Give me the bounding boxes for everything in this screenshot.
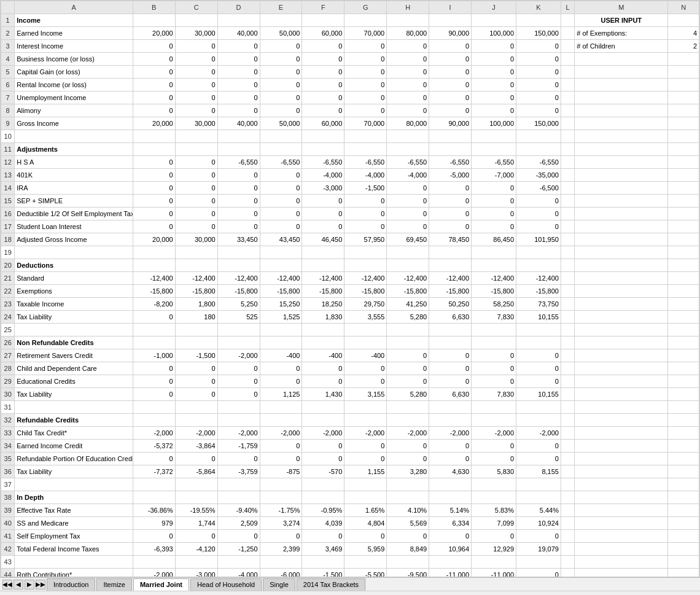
cell-e[interactable]: 15,250	[260, 298, 302, 311]
table-row[interactable]: 13401K0000-4,000-4,000-4,000-5,000-7,000…	[1, 169, 699, 182]
cell-j[interactable]: 0	[472, 208, 516, 220]
cell-g[interactable]: 5,959	[344, 543, 387, 556]
cell-j[interactable]	[472, 14, 516, 27]
cell-a[interactable]: Adjustments	[15, 143, 133, 156]
cell-j[interactable]: 0	[472, 66, 516, 79]
cell-c[interactable]: 0	[175, 388, 217, 401]
cell-g[interactable]: 0	[344, 375, 387, 388]
cell-j[interactable]	[472, 130, 516, 143]
cell-i[interactable]: 0	[429, 220, 472, 233]
cell-g[interactable]: -5,500	[344, 569, 387, 578]
cell-h[interactable]: 41,250	[387, 298, 429, 311]
cell-n[interactable]	[668, 336, 699, 349]
cell-d[interactable]: 0	[217, 208, 260, 220]
cell-b[interactable]: 0	[133, 208, 175, 220]
cell-k[interactable]: 0	[516, 53, 561, 66]
cell-b[interactable]: 0	[133, 182, 175, 195]
cell-c[interactable]: 30,000	[175, 117, 217, 130]
cell-e[interactable]: 50,000	[260, 27, 302, 40]
cell-e[interactable]	[260, 401, 302, 414]
cell-g[interactable]: -4,000	[344, 169, 387, 182]
cell-d[interactable]: 0	[217, 375, 260, 388]
cell-i[interactable]: -5,000	[429, 169, 472, 182]
cell-e[interactable]	[260, 556, 302, 569]
cell-a[interactable]: Business Income (or loss)	[15, 53, 133, 66]
cell-k[interactable]	[516, 491, 561, 504]
cell-j[interactable]: -11,000	[472, 569, 516, 578]
table-row[interactable]: 22Exemptions-15,800-15,800-15,800-15,800…	[1, 285, 699, 298]
cell-e[interactable]	[260, 414, 302, 427]
cell-b[interactable]: -2,000	[133, 569, 175, 578]
cell-g[interactable]	[344, 14, 387, 27]
cell-k[interactable]	[516, 246, 561, 259]
cell-j[interactable]: -7,000	[472, 169, 516, 182]
table-row[interactable]: 40SS and Medicare9791,7442,5093,2744,039…	[1, 517, 699, 530]
table-row[interactable]: 6Rental Income (or loss)0000000000	[1, 79, 699, 91]
cell-a[interactable]: Tax Liability	[15, 388, 133, 401]
cell-e[interactable]: 1,525	[260, 311, 302, 324]
cell-d[interactable]: 0	[217, 169, 260, 182]
cell-f[interactable]: -0.95%	[302, 504, 344, 517]
table-row[interactable]: 32Refundable Credits	[1, 414, 699, 427]
cell-f[interactable]: 0	[302, 195, 344, 208]
cell-k[interactable]: 0	[516, 453, 561, 465]
cell-a[interactable]	[15, 401, 133, 414]
cell-c[interactable]: -12,400	[175, 272, 217, 285]
cell-f[interactable]: 0	[302, 453, 344, 465]
cell-a[interactable]: Child Tax Credit*	[15, 427, 133, 440]
cell-f[interactable]	[302, 259, 344, 272]
table-row[interactable]: 43	[1, 556, 699, 569]
cell-a[interactable]: Earned Income	[15, 27, 133, 40]
cell-b[interactable]: 0	[133, 91, 175, 104]
cell-d[interactable]: 0	[217, 530, 260, 543]
cell-i[interactable]: 0	[429, 40, 472, 53]
cell-b[interactable]: -6,393	[133, 543, 175, 556]
cell-j[interactable]: 0	[472, 91, 516, 104]
cell-a[interactable]: 401K	[15, 169, 133, 182]
cell-g[interactable]: 0	[344, 453, 387, 465]
cell-i[interactable]: -12,400	[429, 272, 472, 285]
cell-e[interactable]: 50,000	[260, 117, 302, 130]
cell-c[interactable]: 0	[175, 169, 217, 182]
cell-g[interactable]: 29,750	[344, 298, 387, 311]
cell-g[interactable]: 0	[344, 440, 387, 453]
cell-b[interactable]: 0	[133, 66, 175, 79]
cell-f[interactable]: -1,500	[302, 569, 344, 578]
cell-d[interactable]	[217, 143, 260, 156]
cell-n[interactable]	[668, 362, 699, 375]
cell-d[interactable]: 5,250	[217, 298, 260, 311]
table-row[interactable]: 26Non Refundable Credits	[1, 336, 699, 349]
cell-f[interactable]: 0	[302, 91, 344, 104]
cell-c[interactable]	[175, 14, 217, 27]
cell-e[interactable]	[260, 478, 302, 491]
table-row[interactable]: 20Deductions	[1, 259, 699, 272]
cell-c[interactable]	[175, 478, 217, 491]
cell-i[interactable]: -15,800	[429, 285, 472, 298]
cell-a[interactable]: Gross Income	[15, 117, 133, 130]
table-row[interactable]: 41Self Employment Tax0000000000	[1, 530, 699, 543]
cell-d[interactable]: 0	[217, 182, 260, 195]
cell-i[interactable]: 4,630	[429, 465, 472, 478]
cell-f[interactable]: 0	[302, 362, 344, 375]
cell-n[interactable]	[668, 517, 699, 530]
cell-j[interactable]	[472, 336, 516, 349]
table-row[interactable]: 31	[1, 401, 699, 414]
table-row[interactable]: 25	[1, 324, 699, 336]
cell-c[interactable]	[175, 414, 217, 427]
cell-c[interactable]: -2,000	[175, 427, 217, 440]
cell-b[interactable]: 0	[133, 220, 175, 233]
cell-h[interactable]: 0	[387, 53, 429, 66]
cell-j[interactable]: 7,830	[472, 311, 516, 324]
cell-h[interactable]: 5,280	[387, 388, 429, 401]
cell-f[interactable]: 0	[302, 440, 344, 453]
cell-f[interactable]: 0	[302, 208, 344, 220]
cell-c[interactable]: 0	[175, 453, 217, 465]
cell-g[interactable]: 0	[344, 66, 387, 79]
table-row[interactable]: 15SEP + SIMPLE0000000000	[1, 195, 699, 208]
cell-b[interactable]: -5,372	[133, 440, 175, 453]
cell-e[interactable]: 0	[260, 91, 302, 104]
cell-f[interactable]: -12,400	[302, 272, 344, 285]
cell-i[interactable]: 90,000	[429, 117, 472, 130]
cell-g[interactable]: 1,155	[344, 465, 387, 478]
cell-k[interactable]: 0	[516, 40, 561, 53]
